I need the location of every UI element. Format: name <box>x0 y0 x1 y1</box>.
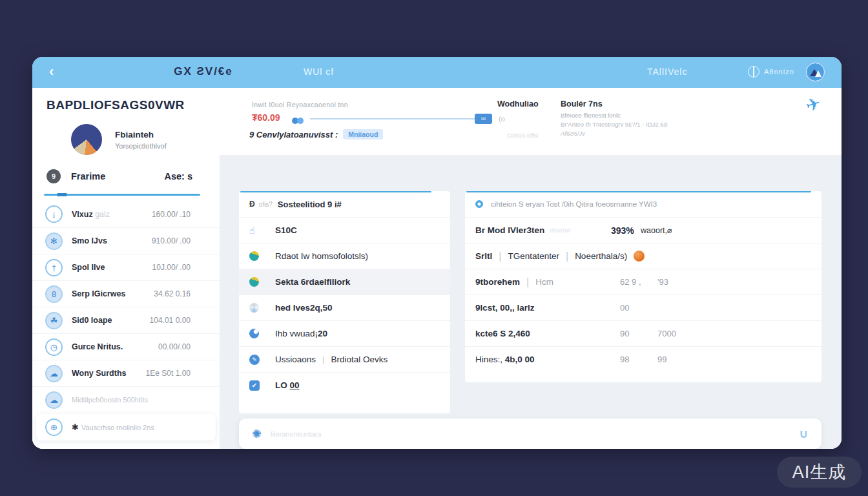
row-label: Noeerthala/s) <box>575 251 627 261</box>
row-value: 7000 <box>657 329 676 338</box>
left-panel-header[interactable]: Ɖ ofis? Sosteelitiod 9 i# <box>239 191 450 217</box>
avatar[interactable] <box>806 63 825 81</box>
column-title: Wodhuliao <box>497 99 539 108</box>
row-label-bold: 20 <box>318 329 327 338</box>
tab-ases[interactable]: Ase: s <box>164 171 192 181</box>
row-label: Hines:, <box>475 355 505 364</box>
list-item[interactable]: ☁ Midtilpch0oostn 500htits <box>32 386 220 413</box>
ai-watermark: AI生成 <box>777 457 862 488</box>
header-bar: ‹ GX ƧV/€e WUl cf TAllIVelc Aθnnizn <box>32 57 842 88</box>
right-panel-header[interactable]: cihteion S eryan Tost /0ih Qitira foeosr… <box>465 191 822 217</box>
splat-icon: ✺ <box>252 427 262 441</box>
list-item[interactable]: ☘ Sid0 loape 104.01 0.00 <box>32 307 220 333</box>
row-value: 90 <box>620 329 629 338</box>
divider: | <box>526 276 529 288</box>
globe-teal-icon <box>249 251 259 261</box>
row-label: Ussioaons <box>275 355 316 364</box>
list-item[interactable]: ✻ Smo lJvs 910.00/ .00 <box>32 227 220 254</box>
row-label: 9lcst, 00,, larlz <box>475 303 535 313</box>
message-input[interactable] <box>271 430 798 438</box>
list-item[interactable]: ⊕ ✱Vauscrhso rnolinlio 2ns <box>36 414 216 440</box>
panel-row[interactable]: Br Mod IVler3ten ımıımw 393% waoort,⌀ <box>465 217 822 243</box>
list-item-label: Smo lJvs <box>72 236 107 245</box>
range-slider[interactable] <box>310 118 475 119</box>
filter-tag[interactable]: Mniiaoud <box>343 129 383 140</box>
list-item[interactable]: † Spol lIve 10J.00/ .00 <box>32 254 220 280</box>
left-panel-tab-indicator <box>240 191 431 192</box>
row-label: TGentatenter <box>508 251 559 261</box>
org-name: Fbiainteh <box>115 130 167 140</box>
panel-row[interactable]: Hines:, 4b,0 00 98 99 <box>465 346 822 372</box>
list-item-value: 10J.00/ .00 <box>152 263 191 272</box>
divider: | <box>566 251 568 262</box>
pencil-icon: ✎ <box>249 355 260 365</box>
list-item-label: Spol lIve <box>72 263 105 272</box>
tab-indicator[interactable] <box>44 194 200 196</box>
details-line: Br'Anteo th Tntestrogrv 9£7/1 - IDJ2.6Ƨ <box>561 121 668 128</box>
slider-suffix: (o <box>499 115 505 123</box>
back-button[interactable]: ‹ <box>49 63 54 80</box>
left-panel: Ɖ ofis? Sosteelitiod 9 i# ☝ S10C Rdaot I… <box>239 191 450 413</box>
globe-blue-icon <box>249 329 259 338</box>
list-item-label: Vauscrhso rnolinlio 2ns <box>81 424 154 431</box>
slider-dots-icon[interactable] <box>292 115 302 127</box>
list-item-value: 104.01 0.00 <box>150 316 191 325</box>
panel-row[interactable]: Sekta 6rdaelfiliork <box>239 269 450 294</box>
row-value: 62 9 , <box>620 277 641 287</box>
row-label-bold: 4b,0 00 <box>505 355 535 364</box>
filter-section: Inwit I0uoi Reyoaxcaoenol tnn ₮60.09 ✉ (… <box>220 88 842 155</box>
selection-label: 9 Cenvlylatoanuvisst : <box>249 130 338 140</box>
sidebar-tabs: 9 Frarime Ase: s <box>32 155 220 183</box>
list-item[interactable]: ☁ Wony Surdths 1Ee S0t 1.00 <box>32 360 220 386</box>
list-item[interactable]: ◷ Gurce Nritus. 00.00/.00 <box>32 333 220 360</box>
tab-indicator-knob <box>57 193 67 196</box>
panel-row[interactable]: kcte6 S 2,460 90 7000 <box>465 320 822 346</box>
person-icon: ¡ <box>45 205 63 223</box>
org-logo-icon <box>71 124 102 155</box>
row-faint-text: ımıımw <box>550 227 570 234</box>
row-label: hed Ives2q,50 <box>275 303 333 313</box>
row-label: Sekta 6rdaelfiliork <box>275 277 350 287</box>
panel-row[interactable]: Ihb vwuad¡20 <box>239 320 450 346</box>
panel-row[interactable]: 9lcst, 00,, larlz 00 <box>465 294 822 320</box>
price-value: ₮60.09 <box>252 112 280 123</box>
panel-header-title: Sosteelitiod 9 i# <box>278 200 342 209</box>
panel-row[interactable]: Srltl | TGentatenter | Noeerthala/s) <box>465 243 822 269</box>
divider: | <box>499 251 501 262</box>
panel-row[interactable]: 9tborehem | Hcm 62 9 , '93 <box>465 269 822 294</box>
list-item-value: 160.00/ .10 <box>152 210 191 219</box>
panel-row[interactable]: Rdaot Iw homsofolotsls) <box>239 243 450 269</box>
panel-row[interactable]: ✔ LO 00 <box>239 372 450 398</box>
row-value: 98 <box>620 355 629 364</box>
list-item-value: 34.62 0.16 <box>154 289 191 298</box>
panel-row[interactable]: ☝ S10C <box>239 217 450 243</box>
tab-frarime[interactable]: Frarime <box>71 171 105 181</box>
account-button[interactable]: Aθnnizn <box>748 66 794 78</box>
panel-row[interactable]: hed Ives2q,50 <box>239 294 450 320</box>
panel-row[interactable]: ✎ Ussioaons|Brdiotal Oevks <box>239 346 450 372</box>
radio-dot-icon <box>475 200 483 208</box>
row-label: S10C <box>275 225 297 235</box>
tab-badge-icon: 9 <box>46 169 61 183</box>
list-item-label: Gurce Nritus. <box>72 342 123 351</box>
row-label: Ihb vwuad¡ <box>275 329 318 338</box>
row-label: Hcm <box>535 277 553 287</box>
slider-handle-button[interactable]: ✉ <box>475 114 492 124</box>
header-right-text[interactable]: TAllIVelc <box>647 67 687 77</box>
list-item[interactable]: 8 Serp IGicrwes 34.62 0.16 <box>32 280 220 307</box>
panel-header-prefix: Ɖ <box>249 200 255 209</box>
row-label-bold: 00 <box>290 380 300 390</box>
sidebar-list: ¡ Vlxuz gaiz 160.00/ .10 ✻ Smo lJvs 910.… <box>32 201 220 440</box>
number-badge-icon: 8 <box>45 285 63 303</box>
org-card[interactable]: Fbiainteh Yorsopictlothlvof <box>32 112 220 155</box>
list-item-label: Wony Surdths <box>72 369 127 378</box>
account-label: Aθnnizn <box>764 68 794 76</box>
send-plane-icon[interactable]: ✈ <box>803 92 823 116</box>
list-item[interactable]: ¡ Vlxuz gaiz 160.00/ .10 <box>32 201 220 227</box>
globe-icon: ⊕ <box>45 418 63 436</box>
refresh-icon[interactable]: ∪ <box>799 426 809 441</box>
divider: | <box>322 355 325 364</box>
row-label: Srltl <box>475 251 492 261</box>
filter-label: Inwit I0uoi Reyoaxcaoenol tnn <box>252 101 348 108</box>
sidebar: BAPDLIOFSAGS0VWR Fbiainteh Yorsopictloth… <box>32 88 220 449</box>
